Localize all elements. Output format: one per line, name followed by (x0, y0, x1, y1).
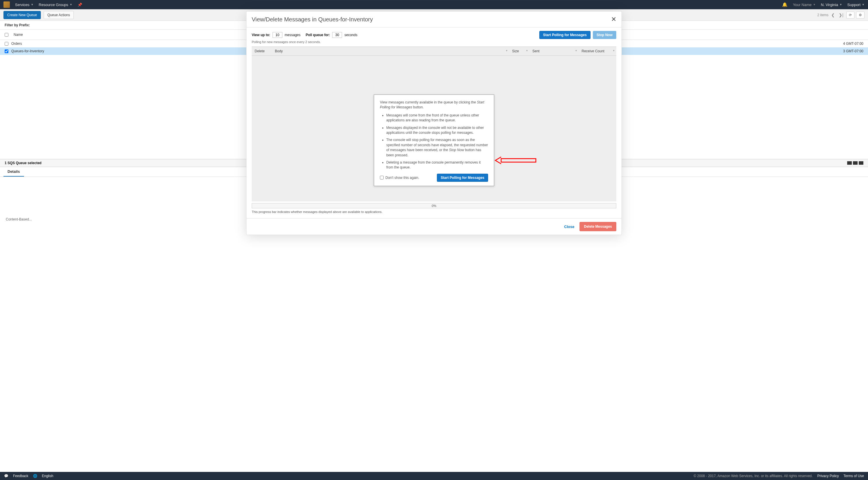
nav-resource-groups[interactable]: Resource Groups▼ (39, 3, 72, 7)
polling-info-box: View messages currently available in the… (374, 95, 494, 186)
info-li2: Messages displayed in the console will n… (386, 126, 488, 136)
nav-notifications[interactable]: 🔔 (782, 2, 787, 7)
progress-note: This progress bar indicates whether mess… (247, 208, 621, 218)
dont-show-again-checkbox[interactable] (380, 176, 384, 179)
infobox-start-polling-button[interactable]: Start Polling for Messages (437, 174, 488, 182)
modal-title: View/Delete Messages in Queues-for-Inven… (252, 16, 373, 23)
nav-resource-groups-label: Resource Groups (39, 3, 68, 7)
nav-account[interactable]: Your Name▼ (793, 3, 815, 7)
col-sent[interactable]: Sent (529, 47, 579, 56)
modal-overlay: View/Delete Messages in Queues-for-Inven… (0, 9, 868, 227)
stop-now-button[interactable]: Stop Now (593, 31, 616, 39)
nav-region[interactable]: N. Virginia▼ (821, 3, 842, 7)
nav-support[interactable]: Support▼ (847, 3, 865, 7)
delete-messages-button[interactable]: Delete Messages (580, 222, 616, 227)
col-receive-count[interactable]: Receive Count (579, 47, 616, 56)
seconds-word: seconds (344, 33, 357, 37)
info-li3: The console will stop polling for messag… (386, 138, 488, 158)
svg-rect-0 (501, 159, 536, 162)
col-delete: Delete (252, 47, 272, 56)
info-intro: View messages currently available in the… (380, 100, 488, 110)
messages-word: messages (285, 33, 301, 37)
info-li1: Messages will come from the front of the… (386, 113, 488, 123)
view-delete-messages-modal: View/Delete Messages in Queues-for-Inven… (246, 11, 622, 227)
info-li4: Deleting a message from the console perm… (386, 160, 488, 170)
start-polling-button[interactable]: Start Polling for Messages (539, 31, 591, 39)
messages-grid-header: Delete Body Size Sent Receive Count (252, 46, 616, 56)
annotation-arrow-icon (495, 157, 536, 164)
chevron-down-icon: ▼ (862, 3, 865, 6)
messages-grid-body: View messages currently available in the… (252, 56, 616, 201)
pin-icon: 📌 (78, 3, 82, 7)
nav-services-label: Services (15, 3, 30, 7)
nav-support-label: Support (847, 3, 861, 7)
aws-logo-icon[interactable] (3, 1, 10, 8)
progress-pct: 0% (432, 204, 436, 207)
chevron-down-icon: ▼ (31, 3, 34, 6)
polling-interval-note: Polling for new messages once every 2 se… (247, 40, 621, 46)
dont-show-again-label: Don't show this again. (385, 176, 419, 180)
col-size[interactable]: Size (509, 47, 529, 56)
nav-account-label: Your Name (793, 3, 812, 7)
chevron-down-icon: ▼ (70, 3, 72, 6)
progress-bar: 0% (252, 203, 616, 208)
view-up-to-label: View up to: (252, 33, 270, 37)
close-icon[interactable]: ✕ (611, 15, 616, 23)
poll-seconds-input[interactable] (332, 32, 342, 38)
close-link[interactable]: Close (564, 225, 574, 228)
bell-icon: 🔔 (782, 2, 787, 7)
top-nav: Services▼ Resource Groups▼ 📌 🔔 Your Name… (0, 0, 868, 9)
col-body[interactable]: Body (272, 47, 509, 56)
poll-queue-label: Poll queue for: (306, 33, 330, 37)
chevron-down-icon: ▼ (840, 3, 842, 6)
nav-pin[interactable]: 📌 (78, 3, 82, 7)
chevron-down-icon: ▼ (813, 3, 816, 6)
nav-services[interactable]: Services▼ (15, 3, 34, 7)
nav-region-label: N. Virginia (821, 3, 838, 7)
view-up-to-input[interactable] (273, 32, 282, 38)
